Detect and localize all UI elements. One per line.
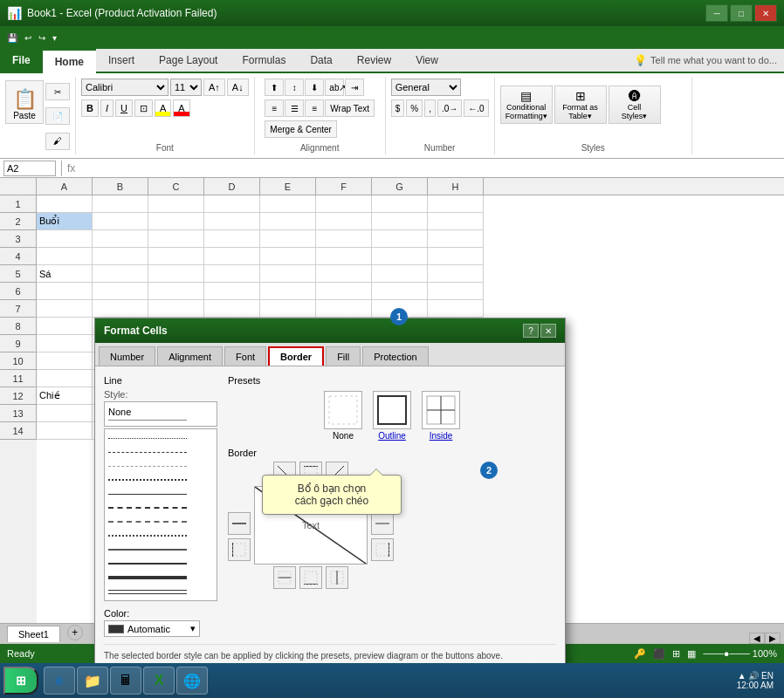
status-view-break[interactable]: ▦	[687, 648, 696, 660]
line-medium-dash-dot-dot[interactable]	[107, 529, 215, 543]
status-view-normal[interactable]: ⬛	[653, 648, 665, 660]
undo-quick-btn[interactable]: ↩	[21, 31, 35, 44]
cell-e3[interactable]	[260, 230, 316, 248]
cell-c4[interactable]	[148, 248, 204, 265]
cell-e7[interactable]	[260, 300, 316, 318]
cell-g6[interactable]	[372, 283, 428, 300]
cell-a2[interactable]: Buổi	[37, 213, 93, 230]
underline-button[interactable]: U	[115, 99, 133, 117]
row-header-5[interactable]: 5	[0, 265, 37, 283]
cut-button[interactable]: ✂	[45, 83, 70, 100]
align-right-button[interactable]: ≡	[305, 99, 324, 117]
border-right-button[interactable]	[371, 538, 394, 561]
cell-a5[interactable]: Sá	[37, 265, 93, 283]
decimal-increase-button[interactable]: .0→	[437, 99, 462, 117]
tab-file[interactable]: File	[0, 49, 43, 72]
row-header-10[interactable]: 10	[0, 352, 37, 370]
cell-d1[interactable]	[204, 195, 260, 213]
cell-c7[interactable]	[148, 300, 204, 318]
row-header-2[interactable]: 2	[0, 213, 37, 230]
row-header-14[interactable]: 14	[0, 422, 37, 440]
conditional-formatting-button[interactable]: ▤ ConditionalFormatting▾	[500, 86, 553, 124]
cell-g2[interactable]	[372, 213, 428, 230]
border-button[interactable]: ⊡	[134, 99, 153, 117]
font-size-select[interactable]: 11	[170, 79, 202, 96]
cell-e1[interactable]	[260, 195, 316, 213]
row-header-3[interactable]: 3	[0, 230, 37, 248]
cell-b5[interactable]	[93, 265, 148, 283]
col-header-d[interactable]: D	[204, 178, 260, 195]
cell-e4[interactable]	[260, 248, 316, 265]
font-increase-button[interactable]: A↑	[203, 79, 225, 96]
cell-a3[interactable]	[37, 230, 93, 248]
cell-b3[interactable]	[93, 230, 148, 248]
cell-c3[interactable]	[148, 230, 204, 248]
border-bottom-button[interactable]	[299, 566, 322, 589]
cell-a10[interactable]	[37, 352, 93, 370]
tab-page-layout[interactable]: Page Layout	[147, 49, 230, 72]
tab-insert[interactable]: Insert	[96, 49, 147, 72]
dialog-tab-alignment[interactable]: Alignment	[157, 346, 223, 366]
number-format-select[interactable]: General	[391, 79, 461, 96]
col-header-h[interactable]: H	[428, 178, 484, 195]
cell-d5[interactable]	[204, 265, 260, 283]
align-bottom-button[interactable]: ⬇	[305, 79, 324, 96]
currency-button[interactable]: $	[391, 99, 405, 117]
border-top-diagonal-button[interactable]	[228, 512, 251, 535]
row-header-12[interactable]: 12	[0, 387, 37, 405]
cell-h4[interactable]	[428, 248, 484, 265]
cell-c1[interactable]	[148, 195, 204, 213]
dialog-tab-protection[interactable]: Protection	[362, 346, 429, 366]
select-all-corner[interactable]	[0, 178, 37, 195]
customize-quick-btn[interactable]: ▾	[49, 31, 60, 44]
window-controls[interactable]: ─ □ ✕	[705, 4, 777, 22]
border-inside-vertical-button[interactable]	[326, 566, 348, 589]
col-header-e[interactable]: E	[260, 178, 316, 195]
bold-button[interactable]: B	[81, 99, 99, 117]
cell-a13[interactable]	[37, 405, 93, 422]
formula-input[interactable]	[79, 161, 781, 176]
tab-data[interactable]: Data	[298, 49, 344, 72]
font-decrease-button[interactable]: A↓	[227, 79, 249, 96]
cell-e6[interactable]	[260, 283, 316, 300]
cell-d4[interactable]	[204, 248, 260, 265]
line-thin[interactable]	[107, 487, 215, 501]
line-medium-dash[interactable]	[107, 501, 215, 515]
sheet-tab-sheet1[interactable]: Sheet1	[7, 626, 60, 642]
cell-a1[interactable]	[37, 195, 93, 213]
maximize-button[interactable]: □	[730, 4, 753, 22]
col-header-g[interactable]: G	[372, 178, 428, 195]
row-header-1[interactable]: 1	[0, 195, 37, 213]
taskbar-chrome-button[interactable]: 🌐	[176, 667, 208, 695]
tab-view[interactable]: View	[403, 49, 450, 72]
dialog-tab-fill[interactable]: Fill	[326, 346, 361, 366]
taskbar-excel-button[interactable]: X	[143, 667, 175, 695]
cell-a4[interactable]	[37, 248, 93, 265]
line-medium-dash-dot[interactable]	[107, 515, 215, 529]
cell-d7[interactable]	[204, 300, 260, 318]
line-dotted[interactable]	[107, 431, 215, 445]
cell-h6[interactable]	[428, 283, 484, 300]
add-sheet-button[interactable]: +	[67, 625, 83, 640]
cell-e2[interactable]	[260, 213, 316, 230]
cell-a11[interactable]	[37, 370, 93, 387]
paste-button[interactable]: 📋 Paste	[5, 80, 44, 124]
format-table-button[interactable]: ⊞ Format asTable▾	[554, 86, 607, 124]
dialog-tab-number[interactable]: Number	[99, 346, 155, 366]
percent-button[interactable]: %	[406, 99, 423, 117]
taskbar-explorer-button[interactable]: 📁	[77, 667, 108, 695]
font-color-button[interactable]: A	[173, 99, 189, 117]
cell-c6[interactable]	[148, 283, 204, 300]
color-dropdown[interactable]: Automatic ▾	[104, 620, 200, 637]
cell-c5[interactable]	[148, 265, 204, 283]
copy-button[interactable]: 📄	[45, 107, 70, 125]
wrap-text-button[interactable]: Wrap Text	[325, 99, 375, 117]
row-header-8[interactable]: 8	[0, 318, 37, 335]
border-inside-horizontal-button[interactable]	[273, 566, 296, 589]
cell-h2[interactable]	[428, 213, 484, 230]
sheet-scroll-right[interactable]: ▶	[765, 633, 781, 644]
col-header-c[interactable]: C	[148, 178, 204, 195]
line-dash-dot-dot[interactable]	[107, 459, 215, 473]
cell-d6[interactable]	[204, 283, 260, 300]
cell-f5[interactable]	[316, 265, 372, 283]
